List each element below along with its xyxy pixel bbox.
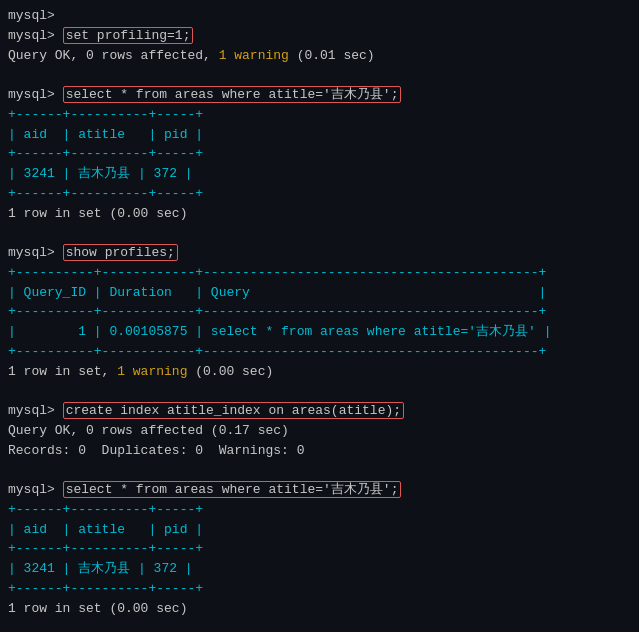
line-8: +------+----------+-----+	[8, 146, 203, 161]
line-10: +------+----------+-----+	[8, 186, 203, 201]
line-25: mysql> select * from areas where atitle=…	[8, 481, 401, 498]
line-7: | aid | atitle | pid |	[8, 127, 203, 142]
line-31: 1 row in set (0.00 sec)	[8, 601, 187, 616]
line-29: | 3241 | 吉木乃县 | 372 |	[8, 561, 193, 576]
line-16: +----------+------------+---------------…	[8, 304, 546, 319]
line-2: mysql> set profiling=1;	[8, 27, 193, 44]
terminal-output: mysql> mysql> set profiling=1; Query OK,…	[8, 6, 631, 632]
line-28: +------+----------+-----+	[8, 541, 203, 556]
line-27: | aid | atitle | pid |	[8, 522, 203, 537]
line-22: Query OK, 0 rows affected (0.17 sec)	[8, 423, 289, 438]
line-21: mysql> create index atitle_index on area…	[8, 402, 404, 419]
line-11: 1 row in set (0.00 sec)	[8, 206, 187, 221]
line-23: Records: 0 Duplicates: 0 Warnings: 0	[8, 443, 304, 458]
line-17: | 1 | 0.00105875 | select * from areas w…	[8, 324, 551, 339]
line-14: +----------+------------+---------------…	[8, 265, 546, 280]
line-18: +----------+------------+---------------…	[8, 344, 546, 359]
line-15: | Query_ID | Duration | Query |	[8, 285, 546, 300]
line-6: +------+----------+-----+	[8, 107, 203, 122]
line-1: mysql>	[8, 8, 55, 23]
line-19: 1 row in set, 1 warning (0.00 sec)	[8, 364, 273, 379]
line-5: mysql> select * from areas where atitle=…	[8, 86, 401, 103]
line-26: +------+----------+-----+	[8, 502, 203, 517]
line-9: | 3241 | 吉木乃县 | 372 |	[8, 166, 193, 181]
line-30: +------+----------+-----+	[8, 581, 203, 596]
line-3: Query OK, 0 rows affected, 1 warning (0.…	[8, 48, 375, 63]
line-13: mysql> show profiles;	[8, 244, 178, 261]
